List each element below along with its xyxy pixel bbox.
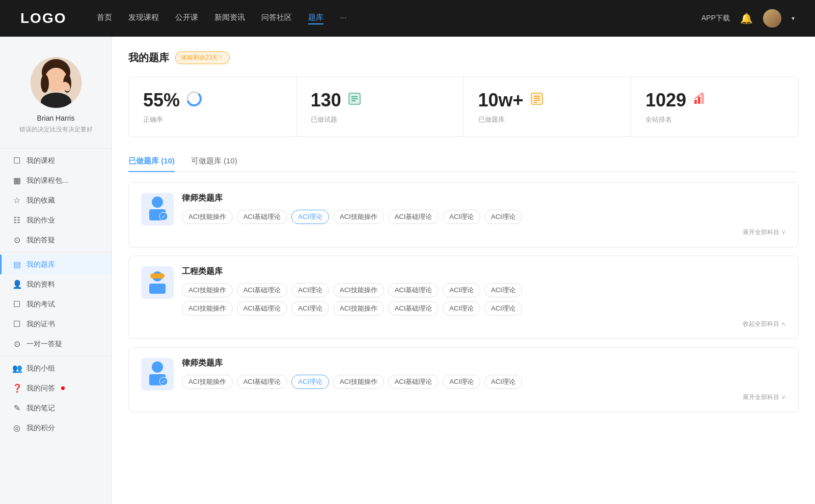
- tag-3-7[interactable]: ACI理论: [484, 375, 522, 389]
- tag-2-5[interactable]: ACI基础理论: [388, 283, 439, 297]
- stat-done-label: 已做试题: [311, 115, 449, 124]
- tag-1-3[interactable]: ACI理论: [291, 210, 329, 224]
- sidebar-item-my-qa[interactable]: ❓ 我的问答: [0, 378, 112, 398]
- sidebar-label-exam: 我的考试: [26, 300, 55, 309]
- stats-row: 55% 正确率 130: [128, 77, 799, 137]
- star-icon: ☆: [12, 195, 21, 205]
- rank-icon: [692, 92, 707, 109]
- svg-point-30: [152, 361, 163, 373]
- sidebar-item-favorites[interactable]: ☆ 我的收藏: [0, 190, 112, 210]
- tag-3-5[interactable]: ACI基础理论: [388, 375, 439, 389]
- tag-1-7[interactable]: ACI理论: [484, 210, 522, 224]
- nav-home[interactable]: 首页: [97, 13, 112, 24]
- qbank-icon-engineer: [141, 266, 174, 299]
- tag-3-2[interactable]: ACI基础理论: [237, 375, 288, 389]
- sidebar-item-profile[interactable]: 👤 我的资料: [0, 274, 112, 294]
- notification-bell-icon[interactable]: 🔔: [740, 12, 753, 24]
- group-icon: 👥: [12, 363, 21, 373]
- nav-qa[interactable]: 问答社区: [261, 13, 292, 24]
- sidebar-item-points[interactable]: ◎ 我的积分: [0, 418, 112, 438]
- tag-2r2-5[interactable]: ACI基础理论: [388, 301, 439, 316]
- stat-rank-top: 1029: [645, 90, 784, 111]
- qbank-item-1: ✓ 律师类题库 ACI技能操作 ACI基础理论 ACI理论 ACI技能操作 AC…: [128, 182, 799, 247]
- sidebar-label-points: 我的积分: [26, 424, 55, 433]
- notes-icon: ✎: [12, 403, 21, 413]
- avatar[interactable]: [763, 9, 781, 27]
- tag-2-3[interactable]: ACI理论: [291, 283, 329, 297]
- tag-3-6[interactable]: ACI理论: [443, 375, 480, 389]
- expand-btn-3[interactable]: 展开全部科目 ∨: [182, 393, 786, 402]
- app-download-button[interactable]: APP下载: [701, 14, 730, 23]
- sidebar-label-homework: 我的作业: [26, 216, 55, 225]
- sidebar-item-group[interactable]: 👥 我的小组: [0, 358, 112, 378]
- stat-done-questions: 130 已做试题: [296, 77, 464, 136]
- tag-3-4[interactable]: ACI技能操作: [333, 375, 384, 389]
- tag-2-7[interactable]: ACI理论: [484, 283, 522, 297]
- tag-3-1[interactable]: ACI技能操作: [182, 375, 233, 389]
- qbank-info-3: 律师类题库 ACI技能操作 ACI基础理论 ACI理论 ACI技能操作 ACI基…: [182, 358, 786, 402]
- sidebar-label-group: 我的小组: [26, 364, 55, 373]
- nav-links: 首页 发现课程 公开课 新闻资讯 问答社区 题库 ···: [97, 13, 681, 24]
- navbar: LOGO 首页 发现课程 公开课 新闻资讯 问答社区 题库 ··· APP下载 …: [0, 0, 815, 37]
- course-icon: ☐: [12, 156, 21, 165]
- sidebar-label-favorites: 我的收藏: [26, 196, 55, 205]
- sidebar-divider-3: [0, 356, 112, 356]
- chevron-down-icon[interactable]: ▾: [792, 15, 795, 22]
- tag-2-4[interactable]: ACI技能操作: [333, 283, 384, 297]
- certificate-icon: ☐: [12, 319, 21, 329]
- sidebar-item-course-package[interactable]: ▦ 我的课程包...: [0, 171, 112, 190]
- nav-qbank[interactable]: 题库: [308, 13, 323, 24]
- tag-2r2-7[interactable]: ACI理论: [484, 301, 522, 316]
- sidebar-label-notes: 我的笔记: [26, 404, 55, 413]
- tab-available-banks[interactable]: 可做题库 (10): [191, 151, 237, 172]
- tag-2r2-2[interactable]: ACI基础理论: [237, 301, 288, 316]
- tag-1-2[interactable]: ACI基础理论: [237, 210, 288, 224]
- qbank-info-1: 律师类题库 ACI技能操作 ACI基础理论 ACI理论 ACI技能操作 ACI基…: [182, 193, 786, 237]
- nav-news[interactable]: 新闻资讯: [214, 13, 245, 24]
- tag-1-1[interactable]: ACI技能操作: [182, 210, 233, 224]
- qbank-tags-2-row2: ACI技能操作 ACI基础理论 ACI理论 ACI技能操作 ACI基础理论 AC…: [182, 301, 786, 316]
- tag-2r2-4[interactable]: ACI技能操作: [333, 301, 384, 316]
- tag-2r2-3[interactable]: ACI理论: [291, 301, 329, 316]
- sidebar-item-my-course[interactable]: ☐ 我的课程: [0, 151, 112, 171]
- stat-accuracy-label: 正确率: [143, 115, 282, 124]
- qbank-icon-lawyer-1: ✓: [141, 193, 174, 226]
- tag-2-2[interactable]: ACI基础理论: [237, 283, 288, 297]
- sidebar-item-qa[interactable]: ⊙ 我的答疑: [0, 230, 112, 250]
- sidebar-divider-2: [0, 252, 112, 253]
- svg-point-23: [152, 197, 163, 208]
- sidebar-item-certificate[interactable]: ☐ 我的证书: [0, 314, 112, 334]
- svg-rect-20: [694, 100, 697, 104]
- nav-discover[interactable]: 发现课程: [128, 13, 159, 24]
- content-area: 我的题库 体验剩余23天！ 55% 正确率 13: [112, 37, 815, 504]
- nav-open-course[interactable]: 公开课: [175, 13, 198, 24]
- tag-2-1[interactable]: ACI技能操作: [182, 283, 233, 297]
- sidebar-item-qbank[interactable]: ▤ 我的题库: [0, 255, 112, 274]
- tag-2r2-6[interactable]: ACI理论: [443, 301, 480, 316]
- expand-btn-1[interactable]: 展开全部科目 ∨: [182, 228, 786, 237]
- nav-more[interactable]: ···: [340, 13, 346, 24]
- tag-1-4[interactable]: ACI技能操作: [333, 210, 384, 224]
- sidebar-item-exam[interactable]: ☐ 我的考试: [0, 294, 112, 314]
- qbank-tags-1: ACI技能操作 ACI基础理论 ACI理论 ACI技能操作 ACI基础理论 AC…: [182, 210, 786, 224]
- homework-icon: ☷: [12, 215, 21, 225]
- tag-2-6[interactable]: ACI理论: [443, 283, 480, 297]
- sidebar-item-tutor[interactable]: ⊙ 一对一答疑: [0, 334, 112, 354]
- sidebar: Brian Harris 错误的决定比没有决定要好 ☐ 我的课程 ▦ 我的课程包…: [0, 37, 112, 504]
- tag-2r2-1[interactable]: ACI技能操作: [182, 301, 233, 316]
- tab-done-banks[interactable]: 已做题库 (10): [128, 151, 175, 172]
- sidebar-label-qa: 我的答疑: [26, 236, 55, 245]
- qbank-title-1: 律师类题库: [182, 193, 786, 204]
- tag-1-6[interactable]: ACI理论: [443, 210, 480, 224]
- stat-accuracy: 55% 正确率: [129, 77, 296, 136]
- sidebar-item-notes[interactable]: ✎ 我的笔记: [0, 398, 112, 418]
- unread-badge: [61, 386, 65, 390]
- sidebar-item-homework[interactable]: ☷ 我的作业: [0, 210, 112, 230]
- profile-icon: 👤: [12, 279, 21, 289]
- collapse-btn-2[interactable]: 收起全部科目 ∧: [182, 320, 786, 328]
- svg-rect-22: [701, 94, 704, 104]
- qbank-header-3: ✓ 律师类题库 ACI技能操作 ACI基础理论 ACI理论 ACI技能操作 AC…: [141, 358, 786, 402]
- tag-3-3[interactable]: ACI理论: [291, 375, 329, 389]
- sidebar-label-course-package: 我的课程包...: [26, 176, 68, 185]
- tag-1-5[interactable]: ACI基础理论: [388, 210, 439, 224]
